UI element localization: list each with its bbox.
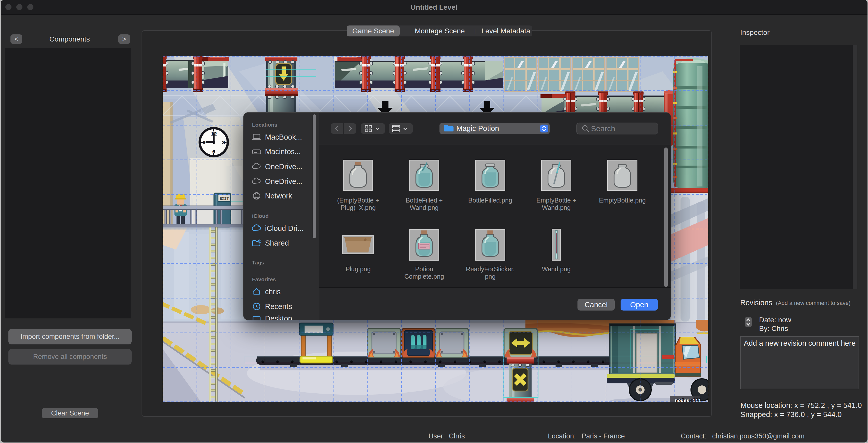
svg-text:9: 9 (203, 140, 206, 146)
svg-text:nodes:111: nodes:111 (675, 398, 701, 402)
svg-text:6: 6 (212, 149, 216, 155)
svg-text:EXIT: EXIT (220, 197, 229, 201)
svg-text:3: 3 (222, 140, 225, 146)
